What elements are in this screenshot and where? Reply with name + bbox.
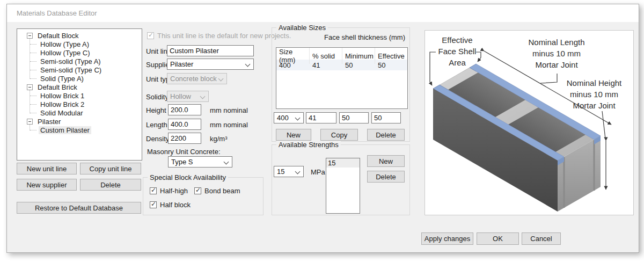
sizes-table-header: Size (mm) % solid Minimum Effective — [276, 48, 407, 60]
delete-size-button[interactable]: Delete — [367, 129, 405, 141]
density-label: Density — [146, 135, 169, 143]
tree-item-custom-pilaster[interactable]: Custom Pilaster — [17, 126, 142, 134]
percent-solid-input[interactable] — [306, 112, 336, 123]
collapse-icon[interactable] — [27, 119, 33, 125]
checkbox-checked-icon — [147, 32, 154, 39]
ok-button[interactable]: OK — [477, 232, 519, 245]
copy-unit-line-button[interactable]: Copy unit line — [80, 163, 141, 174]
tree-item-hollow-type-c[interactable]: Hollow (Type C) — [17, 48, 142, 57]
cancel-button[interactable]: Cancel — [522, 232, 561, 245]
half-high-checkbox[interactable]: Half-high — [150, 187, 188, 195]
sizes-table: Size (mm) % solid Minimum Effective 400 … — [276, 47, 408, 109]
nominal-length-label: Nominal Length minus 10 mm Mortar Joint — [506, 37, 608, 70]
tree-item-semisolid-type-c[interactable]: Semi-solid (Type C) — [17, 66, 142, 74]
checkbox-checked-icon — [194, 187, 201, 194]
collapse-icon[interactable] — [27, 84, 33, 90]
checkbox-checked-icon — [150, 187, 157, 194]
delete-unit-button[interactable]: Delete — [80, 179, 141, 191]
half-block-checkbox[interactable]: Half block — [150, 201, 191, 209]
tree-item-hollow-type-a[interactable]: Hollow (Type A) — [17, 40, 142, 48]
chevron-down-icon — [218, 76, 224, 82]
strength-select[interactable]: 15 — [274, 166, 304, 177]
available-strengths-group: Available Strengths 15 MPa 15 New Delete — [272, 144, 410, 215]
masonry-unit-concrete-label: Masonry Unit Concrete: — [147, 148, 221, 156]
effective-thickness-input[interactable] — [371, 112, 401, 123]
unit-line-input[interactable] — [167, 45, 254, 56]
tree-item-pilaster[interactable]: Pilaster — [17, 117, 142, 126]
minimum-thickness-input[interactable] — [339, 112, 369, 123]
masonry-unit-concrete-select[interactable]: Type S — [168, 156, 232, 168]
chevron-down-icon — [224, 159, 229, 165]
density-input[interactable] — [168, 133, 201, 144]
height-label: Height — [146, 106, 166, 114]
bond-beam-checkbox[interactable]: Bond beam — [194, 187, 240, 195]
block-diagram-panel: Effective Face Shell Area Nominal Length… — [425, 30, 634, 215]
available-sizes-title: Available Sizes — [276, 24, 328, 32]
available-strengths-title: Available Strengths — [276, 141, 341, 149]
nominal-height-label: Nominal Height minus 10 mm Mortar Joint — [554, 77, 634, 111]
apply-changes-button[interactable]: Apply changes — [421, 232, 473, 245]
chevron-down-icon — [245, 62, 251, 67]
available-sizes-group: Available Sizes Face shell thickness (mm… — [272, 27, 410, 142]
default-for-new-projects-checkbox: This unit line is the default for new pr… — [147, 32, 291, 40]
supplier-select[interactable]: Pilaster — [167, 59, 254, 70]
tree-item-semisolid-type-a[interactable]: Semi-solid (Type A) — [17, 57, 142, 66]
unit-type-select: Concrete block — [167, 73, 227, 84]
new-size-button[interactable]: New — [276, 129, 311, 141]
chevron-down-icon — [295, 169, 301, 174]
height-input[interactable] — [168, 104, 201, 115]
solidity-label: Solidity — [146, 93, 169, 101]
restore-default-database-button[interactable]: Restore to Default Database — [17, 202, 141, 214]
list-item[interactable]: 15 — [326, 158, 360, 168]
size-select[interactable]: 400 — [274, 112, 304, 123]
new-supplier-button[interactable]: New supplier — [17, 179, 77, 191]
tree-group: Hollow Brick 1 Hollow Brick 2 Solid Modu… — [17, 91, 142, 117]
tree-item-default-block[interactable]: Default Block — [17, 31, 142, 40]
tree-group: Custom Pilaster — [17, 126, 142, 134]
special-block-availability-title: Special Block Availability — [148, 173, 228, 181]
length-label: Length — [146, 121, 167, 129]
new-unit-line-button[interactable]: New unit line — [17, 163, 77, 174]
effective-face-shell-area-label: Effective Face Shell Area — [427, 34, 487, 68]
materials-database-editor-dialog: Materials Database Editor Default Block … — [6, 4, 639, 253]
tree-item-solid-modular[interactable]: Solid Modular — [17, 108, 142, 117]
tree-item-solid-type-a[interactable]: Solid (Type A) — [17, 74, 142, 83]
copy-size-button[interactable]: Copy — [320, 129, 358, 141]
checkbox-checked-icon — [150, 201, 157, 208]
title-bar: Materials Database Editor — [7, 4, 639, 22]
face-shell-thickness-header: Face shell thickness (mm) — [324, 33, 405, 41]
delete-strength-button[interactable]: Delete — [367, 171, 405, 183]
length-input[interactable] — [168, 119, 201, 130]
new-strength-button[interactable]: New — [367, 155, 405, 167]
unit-line-tree: Default Block Hollow (Type A) Hollow (Ty… — [17, 28, 142, 161]
tree-item-default-brick[interactable]: Default Brick — [17, 83, 142, 91]
tree-item-hollow-brick-1[interactable]: Hollow Brick 1 — [17, 91, 142, 100]
table-row[interactable]: 400 41 50 50 — [276, 60, 407, 70]
chevron-down-icon — [200, 94, 206, 99]
special-block-availability-group: Special Block Availability Half-high Bon… — [143, 177, 264, 215]
window-title: Materials Database Editor — [17, 9, 97, 17]
strengths-listbox[interactable]: 15 — [326, 158, 360, 214]
mpa-unit-label: MPa — [311, 168, 325, 176]
tree-item-hollow-brick-2[interactable]: Hollow Brick 2 — [17, 100, 142, 108]
density-unit-label: kg/m³ — [210, 135, 228, 143]
tree-group: Hollow (Type A) Hollow (Type C) Semi-sol… — [17, 40, 142, 83]
height-unit-label: mm nominal — [210, 106, 248, 114]
solidity-select: Hollow — [167, 91, 209, 102]
collapse-icon[interactable] — [27, 33, 33, 39]
length-unit-label: mm nominal — [210, 121, 248, 129]
chevron-down-icon — [295, 115, 301, 121]
